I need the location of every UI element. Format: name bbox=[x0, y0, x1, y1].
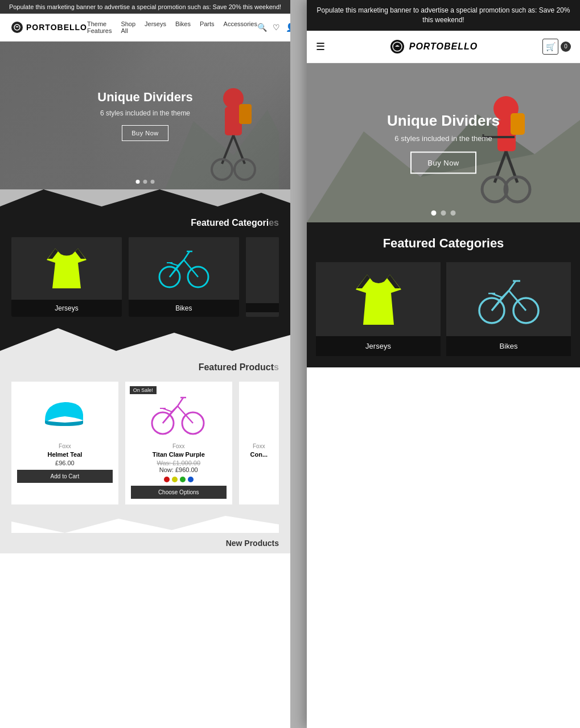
wave-dark-to-light bbox=[0, 328, 290, 351]
helmet-add-to-cart-button[interactable]: Add to Cart bbox=[17, 470, 113, 483]
search-icon[interactable]: 🔍 bbox=[257, 23, 267, 32]
third-product-name: Con... bbox=[245, 451, 273, 458]
mobile-bike-large-svg bbox=[478, 274, 540, 325]
desktop-nav-icons: 🔍 ♡ 👤 🛒 bbox=[257, 23, 290, 32]
hero-dot-3[interactable] bbox=[151, 180, 155, 184]
new-products-section: New Products bbox=[0, 533, 290, 553]
third-category-image bbox=[246, 237, 279, 300]
desktop-logo: PORTOBELLO bbox=[11, 22, 87, 33]
bike-price: Was: £1,000.00 Now: £960.00 bbox=[131, 460, 227, 473]
hero-dot-1[interactable] bbox=[136, 180, 140, 184]
product-card-third: Foxx Con... bbox=[239, 382, 279, 504]
swatch-blue[interactable] bbox=[188, 477, 194, 482]
bikes-category-button[interactable]: Bikes bbox=[129, 300, 239, 317]
svg-line-50 bbox=[502, 291, 509, 297]
mobile-hero-subtitle: 6 styles included in the theme bbox=[320, 134, 566, 142]
category-card-jerseys: Jerseys bbox=[11, 237, 122, 317]
bike-price-now: Now: £960.00 bbox=[131, 466, 227, 473]
mobile-dot-2[interactable] bbox=[441, 210, 446, 216]
helmet-name: Helmet Teal bbox=[17, 451, 113, 458]
mobile-bike-image bbox=[446, 262, 571, 336]
mobile-jerseys-label[interactable]: Jerseys bbox=[316, 336, 441, 356]
mobile-hero-dots bbox=[431, 210, 456, 216]
bike-product-image bbox=[131, 387, 227, 439]
nav-bikes[interactable]: Bikes bbox=[175, 20, 191, 34]
mobile-promo-text: Populate this marketing banner to advert… bbox=[317, 6, 570, 24]
wishlist-icon[interactable]: ♡ bbox=[273, 23, 280, 32]
svg-line-16 bbox=[178, 260, 184, 266]
light-section-products: Featured Products Foxx Helmet Teal £96.0… bbox=[0, 351, 290, 533]
mobile-cart-icon[interactable]: 🛒 bbox=[542, 39, 558, 55]
category-card-bikes: Bikes bbox=[129, 237, 239, 317]
mobile-header: ☰ PORTOBELLO 🛒 0 bbox=[307, 31, 580, 63]
mobile-categories-grid: Jerseys bbox=[316, 262, 571, 356]
helmet-svg bbox=[42, 398, 88, 429]
nav-accessories[interactable]: Accessories bbox=[224, 20, 257, 34]
third-category-button[interactable] bbox=[246, 303, 279, 312]
cart-count-badge: 0 bbox=[561, 42, 571, 52]
nav-shop-all[interactable]: Shop All bbox=[121, 20, 135, 34]
mobile-category-card-bikes: Bikes bbox=[446, 262, 571, 356]
mobile-cart: 🛒 0 bbox=[542, 39, 571, 55]
svg-line-47 bbox=[509, 281, 516, 291]
product-card-helmet: Foxx Helmet Teal £96.00 Add to Cart bbox=[11, 382, 118, 504]
jersey-svg bbox=[44, 243, 89, 294]
desktop-promo-bar: Populate this marketing banner to advert… bbox=[0, 0, 290, 14]
promo-text: Populate this marketing banner to advert… bbox=[9, 3, 281, 10]
categories-grid: Jerseys bbox=[11, 237, 279, 328]
logo-icon bbox=[11, 22, 23, 33]
svg-line-46 bbox=[509, 291, 526, 311]
desktop-hero: Unique Dividers 6 styles included in the… bbox=[0, 42, 290, 189]
jersey-image bbox=[11, 237, 122, 300]
mobile-dot-1[interactable] bbox=[431, 210, 437, 216]
hero-subtitle: 6 styles included in the theme bbox=[0, 109, 290, 117]
mobile-hero-cta-button[interactable]: Buy Now bbox=[410, 151, 476, 173]
dark-section-categories: Featured Categories Jerseys bbox=[0, 206, 290, 328]
bike-price-was: Was: £1,000.00 bbox=[131, 460, 227, 466]
mobile-jersey-svg bbox=[353, 268, 404, 330]
mobile-logo: PORTOBELLO bbox=[390, 39, 478, 54]
bike-choose-options-button[interactable]: Choose Options bbox=[131, 486, 227, 499]
nav-theme-features[interactable]: Theme Features bbox=[87, 20, 112, 34]
mobile-bikes-label[interactable]: Bikes bbox=[446, 336, 571, 356]
svg-line-23 bbox=[178, 398, 183, 406]
bike-name: Titan Claw Purple bbox=[131, 451, 227, 458]
swatch-red[interactable] bbox=[164, 477, 170, 482]
desktop-nav: Theme Features Shop All Jerseys Bikes Pa… bbox=[87, 20, 257, 34]
account-icon[interactable]: 👤 bbox=[286, 23, 290, 32]
purple-bike-svg bbox=[150, 390, 207, 436]
nav-jerseys[interactable]: Jerseys bbox=[145, 20, 166, 34]
hamburger-icon[interactable]: ☰ bbox=[316, 40, 325, 53]
helmet-brand: Foxx bbox=[17, 443, 113, 449]
mobile-jersey-image bbox=[316, 262, 441, 336]
mobile-hero: Unique Dividers 6 styles included in the… bbox=[307, 63, 580, 222]
jerseys-category-button[interactable]: Jerseys bbox=[11, 300, 122, 317]
mobile-dot-3[interactable] bbox=[451, 210, 456, 216]
mobile-hero-content: Unique Dividers 6 styles included in the… bbox=[320, 111, 566, 173]
mobile-brand-name: PORTOBELLO bbox=[409, 42, 478, 52]
third-product-brand: Foxx bbox=[245, 443, 273, 449]
hero-dot-2[interactable] bbox=[143, 180, 147, 184]
desktop-hero-content: Unique Dividers 6 styles included in the… bbox=[0, 90, 290, 141]
bike-brand: Foxx bbox=[131, 443, 227, 449]
nav-parts[interactable]: Parts bbox=[200, 20, 215, 34]
bike-svg bbox=[158, 246, 209, 291]
category-card-third bbox=[246, 237, 279, 317]
svg-line-12 bbox=[184, 260, 198, 277]
hero-cta-button[interactable]: Buy Now bbox=[122, 125, 168, 141]
swatch-yellow[interactable] bbox=[172, 477, 178, 482]
color-swatches bbox=[131, 477, 227, 482]
products-grid: Foxx Helmet Teal £96.00 Add to Cart On S… bbox=[11, 382, 279, 504]
brand-name: PORTOBELLO bbox=[26, 23, 87, 32]
featured-products-title: Featured Products bbox=[11, 362, 279, 373]
third-product-image bbox=[245, 387, 273, 439]
swatch-green[interactable] bbox=[180, 477, 186, 482]
helmet-product-image bbox=[17, 387, 113, 439]
mobile-featured-categories-title: Featured Categories bbox=[316, 236, 571, 251]
product-card-bike: On Sale! Foxx bbox=[125, 382, 232, 504]
helmet-price: £96.00 bbox=[17, 460, 113, 466]
mobile-hero-title: Unique Dividers bbox=[320, 111, 566, 129]
wave-bottom-divider bbox=[11, 504, 279, 533]
mobile-logo-icon bbox=[390, 39, 405, 54]
bike-image bbox=[129, 237, 239, 300]
